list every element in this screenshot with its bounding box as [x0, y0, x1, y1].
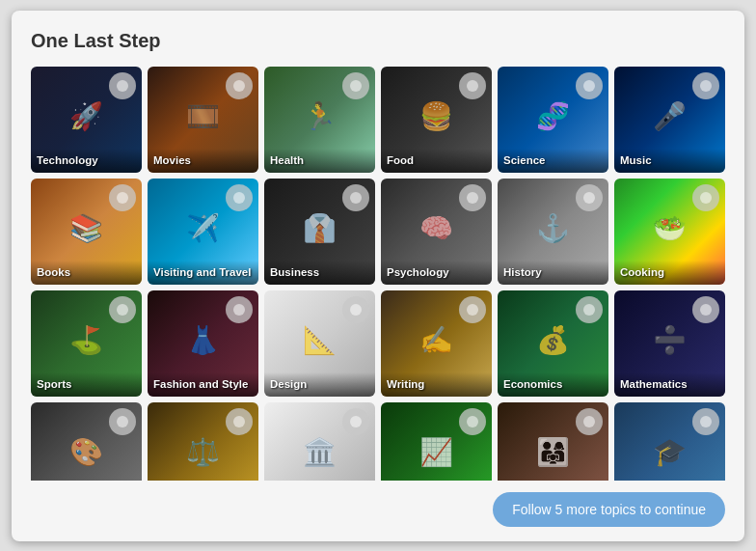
topic-card-movies[interactable]: 🎞️Movies — [148, 67, 258, 173]
topic-overlay-books: Books — [31, 261, 142, 285]
continue-button[interactable]: Follow 5 more topics to continue — [493, 492, 725, 527]
topic-card-design[interactable]: 📐Design — [264, 290, 375, 397]
topic-label-psychology: Psychology — [387, 265, 486, 280]
topic-card-row4c[interactable]: 🏛️Architecture — [264, 402, 375, 481]
topic-card-row4d[interactable]: 📈Marketing — [381, 402, 492, 481]
topic-check-visiting-travel[interactable] — [226, 184, 253, 211]
topic-card-row4e[interactable]: 👨‍👩‍👧Family — [498, 402, 608, 481]
footer: Follow 5 more topics to continue — [31, 481, 725, 527]
topic-overlay-mathematics: Mathematics — [614, 372, 725, 397]
topic-icon-music: 🎤 — [653, 100, 687, 132]
topic-check-health[interactable] — [342, 72, 369, 99]
topic-check-row4d[interactable] — [459, 408, 486, 435]
topic-icon-visiting-travel: ✈️ — [186, 212, 220, 244]
topic-label-design: Design — [270, 377, 369, 392]
topic-card-technology[interactable]: 🚀Technology — [31, 67, 142, 173]
topic-check-design[interactable] — [342, 296, 369, 323]
topic-overlay-cooking: Cooking — [614, 261, 725, 285]
topic-icon-psychology: 🧠 — [419, 212, 453, 244]
topic-label-visiting-travel: Visiting and Travel — [153, 265, 253, 280]
topic-icon-cooking: 🥗 — [653, 212, 687, 244]
topic-icon-row4a: 🎨 — [69, 436, 103, 468]
topic-check-books[interactable] — [109, 184, 136, 211]
topic-check-row4b[interactable] — [226, 408, 253, 435]
topic-card-economics[interactable]: 💰Economics — [498, 290, 608, 397]
topic-overlay-design: Design — [264, 372, 375, 397]
modal-title: One Last Step — [31, 30, 725, 52]
topic-icon-fashion-style: 👗 — [186, 324, 220, 356]
topics-scroll-area[interactable]: 🚀Technology🎞️Movies🏃Health🍔Food🧬Science🎤… — [31, 67, 733, 481]
topic-check-economics[interactable] — [576, 296, 603, 323]
topic-check-sports[interactable] — [109, 296, 136, 323]
topic-label-technology: Technology — [37, 153, 136, 168]
topic-overlay-science: Science — [498, 149, 608, 173]
topic-check-history[interactable] — [576, 184, 603, 211]
topic-icon-movies: 🎞️ — [186, 100, 220, 132]
topic-overlay-psychology: Psychology — [381, 261, 492, 285]
topic-check-science[interactable] — [576, 72, 603, 99]
topic-label-books: Books — [37, 265, 136, 280]
topic-label-movies: Movies — [153, 153, 253, 168]
topic-overlay-movies: Movies — [148, 149, 258, 173]
topic-icon-row4d: 📈 — [419, 436, 453, 468]
topic-overlay-technology: Technology — [31, 149, 142, 173]
topic-check-row4a[interactable] — [109, 408, 136, 435]
topic-label-mathematics: Mathematics — [620, 377, 719, 392]
topics-grid: 🚀Technology🎞️Movies🏃Health🍔Food🧬Science🎤… — [31, 67, 725, 481]
topic-check-business[interactable] — [342, 184, 369, 211]
topic-check-psychology[interactable] — [459, 184, 486, 211]
topic-check-writing[interactable] — [459, 296, 486, 323]
topic-card-writing[interactable]: ✍️Writing — [381, 290, 492, 397]
modal: One Last Step 🚀Technology🎞️Movies🏃Health… — [12, 11, 744, 541]
topic-check-movies[interactable] — [226, 72, 253, 99]
topic-card-row4f[interactable]: 🎓Education — [614, 402, 725, 481]
topic-card-history[interactable]: ⚓History — [498, 179, 608, 285]
topic-card-food[interactable]: 🍔Food — [381, 67, 492, 173]
topic-icon-health: 🏃 — [303, 100, 337, 132]
topic-card-business[interactable]: 👔Business — [264, 179, 375, 285]
topic-label-sports: Sports — [37, 377, 136, 392]
topic-check-cooking[interactable] — [692, 184, 719, 211]
topic-icon-history: ⚓ — [536, 212, 570, 244]
topic-card-health[interactable]: 🏃Health — [264, 67, 375, 173]
topic-card-mathematics[interactable]: ➗Mathematics — [614, 290, 725, 397]
topic-overlay-sports: Sports — [31, 372, 142, 397]
topic-card-psychology[interactable]: 🧠Psychology — [381, 179, 492, 285]
topic-overlay-economics: Economics — [498, 372, 608, 397]
topic-card-music[interactable]: 🎤Music — [614, 67, 725, 173]
topic-check-mathematics[interactable] — [692, 296, 719, 323]
topic-label-food: Food — [387, 153, 486, 168]
topic-card-cooking[interactable]: 🥗Cooking — [614, 179, 725, 285]
topic-icon-sports: ⛳ — [69, 324, 103, 356]
topic-check-music[interactable] — [692, 72, 719, 99]
topic-card-fashion-style[interactable]: 👗Fashion and Style — [148, 290, 258, 397]
topic-icon-economics: 💰 — [536, 324, 570, 356]
topic-icon-row4b: ⚖️ — [186, 436, 220, 468]
topic-icon-row4c: 🏛️ — [303, 436, 337, 468]
topic-card-row4a[interactable]: 🎨Art — [31, 402, 142, 481]
topic-icon-books: 📚 — [69, 212, 103, 244]
topic-check-row4f[interactable] — [692, 408, 719, 435]
topic-icon-row4e: 👨‍👩‍👧 — [536, 436, 570, 468]
topic-check-technology[interactable] — [109, 72, 136, 99]
topic-icon-writing: ✍️ — [419, 324, 453, 356]
topic-card-row4b[interactable]: ⚖️Law — [148, 402, 258, 481]
topic-icon-row4f: 🎓 — [653, 436, 687, 468]
topic-label-business: Business — [270, 265, 369, 280]
topic-icon-food: 🍔 — [419, 100, 453, 132]
topic-label-music: Music — [620, 153, 719, 168]
topic-card-books[interactable]: 📚Books — [31, 179, 142, 285]
topic-check-row4e[interactable] — [576, 408, 603, 435]
topic-check-fashion-style[interactable] — [226, 296, 253, 323]
topic-card-sports[interactable]: ⛳Sports — [31, 290, 142, 397]
topic-overlay-business: Business — [264, 261, 375, 285]
topic-card-science[interactable]: 🧬Science — [498, 67, 608, 173]
topic-check-food[interactable] — [459, 72, 486, 99]
topic-overlay-fashion-style: Fashion and Style — [148, 372, 258, 397]
topic-check-row4c[interactable] — [342, 408, 369, 435]
topic-overlay-visiting-travel: Visiting and Travel — [148, 261, 258, 285]
topic-overlay-history: History — [498, 261, 608, 285]
topic-card-visiting-travel[interactable]: ✈️Visiting and Travel — [148, 179, 258, 285]
topic-overlay-food: Food — [381, 149, 492, 173]
topic-label-history: History — [503, 265, 603, 280]
